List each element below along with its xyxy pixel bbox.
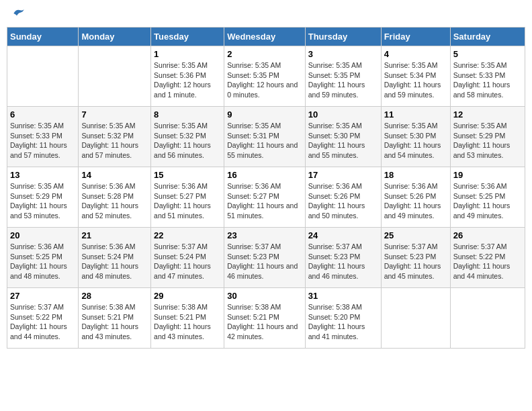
day-number: 3 (308, 49, 378, 59)
header-thursday: Thursday (305, 28, 381, 46)
calendar-cell: 13Sunrise: 5:35 AMSunset: 5:29 PMDayligh… (7, 167, 79, 228)
calendar-cell: 22Sunrise: 5:37 AMSunset: 5:24 PMDayligh… (151, 228, 224, 288)
day-info: Sunrise: 5:36 AMSunset: 5:27 PMDaylight:… (154, 181, 221, 221)
header-monday: Monday (79, 28, 151, 46)
day-number: 25 (384, 230, 447, 240)
day-info: Sunrise: 5:35 AMSunset: 5:29 PMDaylight:… (453, 121, 522, 161)
week-row-4: 20Sunrise: 5:36 AMSunset: 5:25 PMDayligh… (7, 228, 525, 288)
day-number: 24 (308, 230, 378, 240)
calendar-cell: 24Sunrise: 5:37 AMSunset: 5:23 PMDayligh… (305, 228, 381, 288)
calendar-cell: 11Sunrise: 5:35 AMSunset: 5:30 PMDayligh… (381, 107, 450, 167)
day-number: 8 (154, 109, 221, 120)
day-info: Sunrise: 5:35 AMSunset: 5:35 PMDaylight:… (227, 60, 302, 100)
header-friday: Friday (381, 28, 450, 46)
calendar-cell: 1Sunrise: 5:35 AMSunset: 5:36 PMDaylight… (151, 46, 224, 107)
day-info: Sunrise: 5:35 AMSunset: 5:32 PMDaylight:… (81, 121, 148, 161)
day-info: Sunrise: 5:35 AMSunset: 5:34 PMDaylight:… (384, 60, 447, 100)
calendar-cell: 17Sunrise: 5:36 AMSunset: 5:26 PMDayligh… (305, 167, 381, 228)
calendar-cell: 25Sunrise: 5:37 AMSunset: 5:23 PMDayligh… (381, 228, 450, 288)
day-number: 19 (453, 170, 522, 180)
day-info: Sunrise: 5:36 AMSunset: 5:26 PMDaylight:… (384, 181, 447, 221)
day-number: 22 (154, 230, 221, 240)
calendar-cell: 10Sunrise: 5:35 AMSunset: 5:30 PMDayligh… (305, 107, 381, 167)
calendar-cell: 8Sunrise: 5:35 AMSunset: 5:32 PMDaylight… (151, 107, 224, 167)
header-wednesday: Wednesday (224, 28, 306, 46)
calendar-cell (381, 288, 450, 349)
day-info: Sunrise: 5:35 AMSunset: 5:35 PMDaylight:… (308, 60, 378, 100)
calendar-cell: 20Sunrise: 5:36 AMSunset: 5:25 PMDayligh… (7, 228, 79, 288)
day-number: 6 (10, 109, 75, 120)
day-info: Sunrise: 5:35 AMSunset: 5:33 PMDaylight:… (453, 60, 522, 100)
calendar-cell: 14Sunrise: 5:36 AMSunset: 5:28 PMDayligh… (79, 167, 151, 228)
calendar-cell: 18Sunrise: 5:36 AMSunset: 5:26 PMDayligh… (381, 167, 450, 228)
day-number: 15 (154, 170, 221, 180)
day-number: 21 (81, 230, 148, 240)
calendar-cell: 23Sunrise: 5:37 AMSunset: 5:23 PMDayligh… (224, 228, 306, 288)
day-info: Sunrise: 5:37 AMSunset: 5:23 PMDaylight:… (308, 242, 378, 281)
logo-bird-icon (11, 7, 25, 20)
week-row-3: 13Sunrise: 5:35 AMSunset: 5:29 PMDayligh… (7, 167, 525, 228)
day-number: 11 (384, 109, 447, 120)
day-info: Sunrise: 5:37 AMSunset: 5:24 PMDaylight:… (154, 242, 221, 281)
calendar-cell: 30Sunrise: 5:38 AMSunset: 5:21 PMDayligh… (224, 288, 306, 349)
day-info: Sunrise: 5:35 AMSunset: 5:32 PMDaylight:… (154, 121, 221, 161)
day-number: 27 (10, 291, 75, 301)
calendar-cell: 26Sunrise: 5:37 AMSunset: 5:22 PMDayligh… (450, 228, 525, 288)
calendar-cell: 29Sunrise: 5:38 AMSunset: 5:21 PMDayligh… (151, 288, 224, 349)
day-number: 30 (227, 291, 302, 301)
day-info: Sunrise: 5:36 AMSunset: 5:27 PMDaylight:… (227, 181, 302, 221)
calendar-header-row: SundayMondayTuesdayWednesdayThursdayFrid… (7, 28, 525, 46)
calendar-cell: 21Sunrise: 5:36 AMSunset: 5:24 PMDayligh… (79, 228, 151, 288)
day-number: 28 (81, 291, 148, 301)
day-number: 13 (10, 170, 75, 180)
day-info: Sunrise: 5:36 AMSunset: 5:28 PMDaylight:… (81, 181, 148, 221)
day-info: Sunrise: 5:38 AMSunset: 5:21 PMDaylight:… (154, 302, 221, 342)
day-info: Sunrise: 5:38 AMSunset: 5:21 PMDaylight:… (227, 302, 302, 342)
day-number: 16 (227, 170, 302, 180)
day-info: Sunrise: 5:35 AMSunset: 5:29 PMDaylight:… (10, 181, 75, 221)
calendar-cell: 16Sunrise: 5:36 AMSunset: 5:27 PMDayligh… (224, 167, 306, 228)
day-info: Sunrise: 5:35 AMSunset: 5:31 PMDaylight:… (227, 121, 302, 161)
day-number: 4 (384, 49, 447, 59)
header-sunday: Sunday (7, 28, 79, 46)
calendar-cell: 3Sunrise: 5:35 AMSunset: 5:35 PMDaylight… (305, 46, 381, 107)
day-info: Sunrise: 5:37 AMSunset: 5:23 PMDaylight:… (384, 242, 447, 281)
calendar-table: SundayMondayTuesdayWednesdayThursdayFrid… (7, 27, 525, 349)
calendar-cell: 31Sunrise: 5:38 AMSunset: 5:20 PMDayligh… (305, 288, 381, 349)
day-number: 23 (227, 230, 302, 240)
day-number: 29 (154, 291, 221, 301)
day-number: 1 (154, 49, 221, 59)
page-header (7, 7, 525, 20)
header-tuesday: Tuesday (151, 28, 224, 46)
day-info: Sunrise: 5:37 AMSunset: 5:22 PMDaylight:… (10, 302, 75, 342)
day-number: 2 (227, 49, 302, 59)
calendar-cell (79, 46, 151, 107)
day-number: 14 (81, 170, 148, 180)
calendar-cell: 12Sunrise: 5:35 AMSunset: 5:29 PMDayligh… (450, 107, 525, 167)
week-row-2: 6Sunrise: 5:35 AMSunset: 5:33 PMDaylight… (7, 107, 525, 167)
week-row-5: 27Sunrise: 5:37 AMSunset: 5:22 PMDayligh… (7, 288, 525, 349)
day-info: Sunrise: 5:38 AMSunset: 5:21 PMDaylight:… (81, 302, 148, 342)
calendar-cell: 6Sunrise: 5:35 AMSunset: 5:33 PMDaylight… (7, 107, 79, 167)
calendar-cell: 28Sunrise: 5:38 AMSunset: 5:21 PMDayligh… (79, 288, 151, 349)
week-row-1: 1Sunrise: 5:35 AMSunset: 5:36 PMDaylight… (7, 46, 525, 107)
day-info: Sunrise: 5:37 AMSunset: 5:23 PMDaylight:… (227, 242, 302, 281)
day-number: 20 (10, 230, 75, 240)
calendar-cell (450, 288, 525, 349)
day-info: Sunrise: 5:36 AMSunset: 5:25 PMDaylight:… (453, 181, 522, 221)
day-number: 7 (81, 109, 148, 120)
calendar-cell: 15Sunrise: 5:36 AMSunset: 5:27 PMDayligh… (151, 167, 224, 228)
calendar-cell: 9Sunrise: 5:35 AMSunset: 5:31 PMDaylight… (224, 107, 306, 167)
calendar-cell: 27Sunrise: 5:37 AMSunset: 5:22 PMDayligh… (7, 288, 79, 349)
day-info: Sunrise: 5:36 AMSunset: 5:25 PMDaylight:… (10, 242, 75, 281)
day-number: 12 (453, 109, 522, 120)
calendar-cell: 7Sunrise: 5:35 AMSunset: 5:32 PMDaylight… (79, 107, 151, 167)
day-number: 17 (308, 170, 378, 180)
day-info: Sunrise: 5:35 AMSunset: 5:36 PMDaylight:… (154, 60, 221, 100)
header-saturday: Saturday (450, 28, 525, 46)
day-info: Sunrise: 5:35 AMSunset: 5:30 PMDaylight:… (384, 121, 447, 161)
day-number: 10 (308, 109, 378, 120)
day-info: Sunrise: 5:35 AMSunset: 5:33 PMDaylight:… (10, 121, 75, 161)
day-info: Sunrise: 5:37 AMSunset: 5:22 PMDaylight:… (453, 242, 522, 281)
day-info: Sunrise: 5:36 AMSunset: 5:24 PMDaylight:… (81, 242, 148, 281)
